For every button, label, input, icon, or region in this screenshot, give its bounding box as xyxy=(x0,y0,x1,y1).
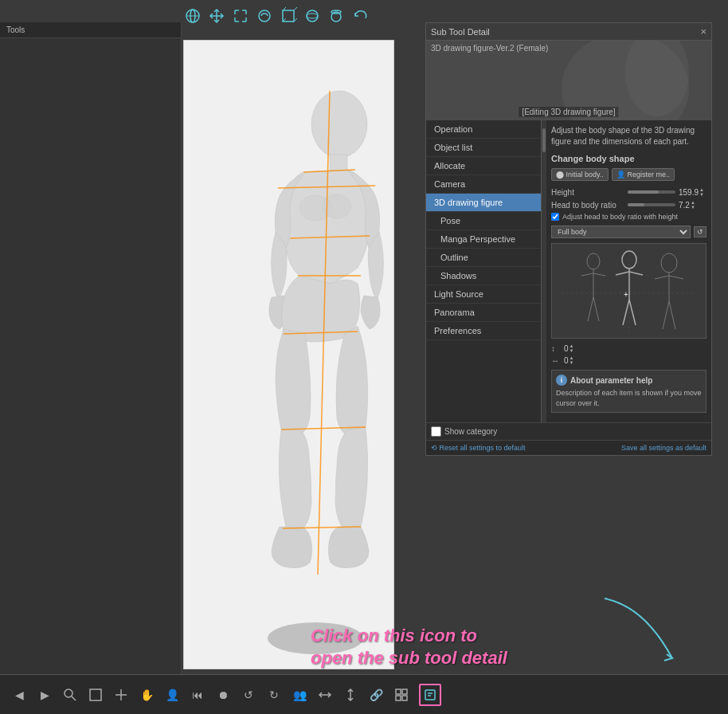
bottom-link-button[interactable]: 🔗 xyxy=(365,684,387,706)
bottom-undo-button[interactable]: ↺ xyxy=(237,684,260,706)
bottom-grid-button[interactable] xyxy=(390,684,413,706)
toolbar-icon-rotate3d[interactable] xyxy=(255,6,274,26)
bottom-record-button[interactable]: ⏺ xyxy=(212,684,234,706)
scrollbar-thumb xyxy=(542,128,546,152)
svg-point-38 xyxy=(661,253,677,273)
toolbar-icon-scale[interactable] xyxy=(231,6,250,26)
bottom-prev-button[interactable]: ◀ xyxy=(8,684,30,706)
vertical-spinner[interactable]: ▲ ▼ xyxy=(569,343,574,353)
height-spinner[interactable]: ▲ ▼ xyxy=(699,187,704,197)
vertical-down-arrow[interactable]: ▼ xyxy=(569,348,574,353)
nav-item-operation[interactable]: Operation xyxy=(426,120,541,139)
refresh-button[interactable]: ↺ xyxy=(694,226,706,237)
annotation-line1: Click on this icon to xyxy=(311,625,507,648)
nav-item-light-source[interactable]: Light Source xyxy=(426,285,541,304)
body-part-dropdown[interactable]: Full body Upper body Lower body xyxy=(551,226,691,238)
height-slider[interactable] xyxy=(628,190,675,194)
toolbar-icon-undo[interactable] xyxy=(350,6,370,26)
bottom-crosshair-button[interactable] xyxy=(110,684,132,706)
nav-item-object-list[interactable]: Object list xyxy=(426,139,541,157)
bottom-zoom-button[interactable] xyxy=(59,684,81,706)
figure-adjust-svg: + xyxy=(558,245,701,337)
reset-defaults-button[interactable]: ⟲ Reset all settings to default xyxy=(431,444,526,452)
bottom-hand-button[interactable]: ✋ xyxy=(135,684,158,706)
horizontal-value: 0 ▲ ▼ xyxy=(564,355,574,365)
toolbar-icon-box[interactable] xyxy=(279,6,298,26)
svg-line-36 xyxy=(623,300,629,325)
svg-rect-51 xyxy=(402,689,407,694)
initial-body-button[interactable]: ⬤ Initial body.. xyxy=(551,168,609,181)
toolbar-icon-cylinder[interactable] xyxy=(327,6,346,26)
bottom-params: ↕ 0 ▲ ▼ ↔ 0 ▲ ▼ xyxy=(551,343,706,365)
vertical-icon: ↕ xyxy=(551,344,561,353)
bottom-redo-button[interactable]: ↻ xyxy=(263,684,285,706)
nav-item-shadows[interactable]: Shadows xyxy=(426,267,541,285)
svg-line-30 xyxy=(588,297,593,321)
adjust-ratio-checkbox[interactable] xyxy=(551,213,559,221)
horizontal-spinner[interactable]: ▲ ▼ xyxy=(569,355,574,365)
ratio-down-arrow[interactable]: ▼ xyxy=(691,205,695,210)
nav-item-manga-perspective[interactable]: Manga Perspective xyxy=(426,230,541,249)
nav-item-allocate[interactable]: Allocate xyxy=(426,157,541,175)
nav-item-panorama[interactable]: Panorama xyxy=(426,304,541,322)
toolbar-icon-sphere[interactable] xyxy=(303,6,322,26)
head-body-ratio-row: Head to body ratio 7.2 ▲ ▼ xyxy=(551,200,706,210)
height-down-arrow[interactable]: ▼ xyxy=(699,192,704,197)
horizontal-down-arrow[interactable]: ▼ xyxy=(569,360,574,365)
canvas-area[interactable] xyxy=(183,40,394,669)
bottom-next-button[interactable]: ▶ xyxy=(33,684,56,706)
bottom-frame-button[interactable] xyxy=(84,684,107,706)
show-category-row: Show category xyxy=(426,422,711,440)
vertical-value: 0 ▲ ▼ xyxy=(564,343,574,353)
bottom-v-expand-button[interactable] xyxy=(339,684,362,706)
svg-rect-50 xyxy=(396,689,401,694)
svg-text:+: + xyxy=(624,290,628,299)
panel-title: Sub Tool Detail xyxy=(431,27,490,37)
panel-scrollbar[interactable] xyxy=(542,120,546,422)
height-param-row: Height 159.9 ▲ ▼ xyxy=(551,187,706,197)
bottom-highlighted-icon[interactable] xyxy=(419,684,441,706)
show-category-label: Show category xyxy=(444,427,497,436)
svg-line-37 xyxy=(629,300,636,325)
horizontal-icon: ↔ xyxy=(551,356,561,365)
save-defaults-button[interactable]: Save all settings as default xyxy=(621,444,706,452)
sub-tool-detail-panel: Sub Tool Detail × [Editing 3D drawing fi… xyxy=(425,22,712,456)
bottom-person-button[interactable]: 👤 xyxy=(161,684,183,706)
svg-line-34 xyxy=(616,272,629,275)
nav-item-camera[interactable]: Camera xyxy=(426,175,541,194)
nav-item-pose[interactable]: Pose xyxy=(426,212,541,230)
bottom-people-button[interactable]: 👥 xyxy=(288,684,311,706)
register-me-button[interactable]: 👤 Register me.. xyxy=(612,168,675,181)
close-button[interactable]: × xyxy=(700,26,706,37)
figure-adjust-area[interactable]: + xyxy=(551,243,706,339)
bottom-first-button[interactable]: ⏮ xyxy=(186,684,209,706)
show-category-checkbox[interactable] xyxy=(431,426,441,437)
bottom-h-expand-button[interactable] xyxy=(314,684,336,706)
3d-figure-svg xyxy=(184,41,395,670)
adjust-ratio-label: Adjust head to body ratio with height xyxy=(562,213,678,221)
tool-name-label: 3D drawing figure-Ver.2 (Female) xyxy=(431,44,548,53)
nav-item-preferences[interactable]: Preferences xyxy=(426,322,541,340)
content-description: Adjust the body shape of the 3D drawing … xyxy=(551,125,706,147)
height-label: Height xyxy=(551,188,628,197)
toolbar-icon-rotate[interactable] xyxy=(183,6,202,26)
panel-footer: ⟲ Reset all settings to default Save all… xyxy=(426,440,711,455)
head-body-ratio-fill xyxy=(628,203,644,206)
svg-line-41 xyxy=(669,276,683,279)
toolbar-icon-move[interactable] xyxy=(207,6,226,26)
head-body-ratio-slider[interactable] xyxy=(628,203,675,206)
nav-item-outline[interactable]: Outline xyxy=(426,249,541,267)
svg-point-45 xyxy=(65,689,72,697)
svg-point-5 xyxy=(307,10,318,22)
height-slider-fill xyxy=(628,190,659,194)
head-body-ratio-value: 7.2 ▲ ▼ xyxy=(679,200,706,210)
preview-label: [Editing 3D drawing figure] xyxy=(519,107,618,117)
head-body-ratio-spinner[interactable]: ▲ ▼ xyxy=(691,200,695,210)
help-title: About parameter help xyxy=(570,376,652,385)
nav-item-3d-drawing-figure[interactable]: 3D drawing figure xyxy=(426,194,541,212)
svg-line-42 xyxy=(663,301,669,329)
height-value-text: 159.9 xyxy=(679,188,699,197)
svg-rect-52 xyxy=(396,696,401,700)
annotation-line2: open the sub tool detail xyxy=(311,647,507,670)
svg-point-10 xyxy=(311,91,367,158)
